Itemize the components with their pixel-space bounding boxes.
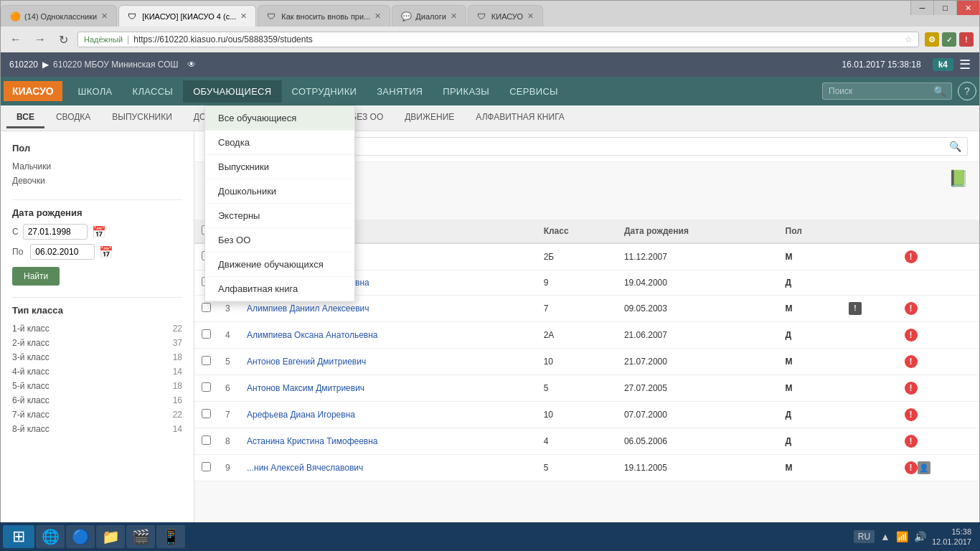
dob-to-input[interactable] xyxy=(30,244,95,260)
nav-lessons[interactable]: ЗАНЯТИЯ xyxy=(367,80,433,103)
sub-nav-movement[interactable]: ДВИЖЕНИЕ xyxy=(395,108,464,128)
dropdown-item-all[interactable]: Все обучающиеся xyxy=(205,106,354,131)
reload-button[interactable]: ↻ xyxy=(55,32,72,48)
dropdown-item-alphabet[interactable]: Алфавитная книга xyxy=(205,277,354,301)
class-item-1[interactable]: 1-й класс 22 xyxy=(12,321,182,336)
row-name[interactable]: ...нин Алексей Вячеславович xyxy=(240,455,537,481)
class-item-6[interactable]: 6-й класс 16 xyxy=(12,393,182,408)
eye-icon[interactable]: 👁 xyxy=(187,60,196,70)
dropdown-item-external[interactable]: Экстерны xyxy=(205,204,354,228)
class-item-8[interactable]: 8-й класс 14 xyxy=(12,422,182,436)
sub-nav-summary[interactable]: СВОДКА xyxy=(46,108,100,128)
row-name[interactable]: Антонов Максим Дмитриевич xyxy=(240,375,537,402)
row-name[interactable]: Арефьева Диана Игоревна xyxy=(240,402,537,428)
tray-volume-icon[interactable]: 🔊 xyxy=(914,531,926,542)
hamburger-menu[interactable]: ☰ xyxy=(959,57,971,72)
tray-network-icon: 📶 xyxy=(896,531,908,542)
extension-icon[interactable]: ⚙ xyxy=(925,32,939,47)
tab-close-howto[interactable]: ✕ xyxy=(374,11,381,21)
row-checkbox[interactable] xyxy=(202,303,211,312)
row-dob: 07.07.2000 xyxy=(617,402,778,428)
bookmark-icon[interactable]: ☆ xyxy=(905,34,913,44)
nav-orders[interactable]: ПРИКАЗЫ xyxy=(433,80,499,103)
system-tray: RU ▲ 📶 🔊 15:38 12.01.2017 xyxy=(848,527,977,547)
tab-close-kiasuo[interactable]: ✕ xyxy=(240,11,247,21)
dropdown-item-preschool[interactable]: Дошкольники xyxy=(205,179,354,204)
table-row[interactable]: 9 ...нин Алексей Вячеславович 5 19.11.20… xyxy=(194,455,979,481)
table-row[interactable]: 8 Астанина Кристина Тимофеевна 4 06.05.2… xyxy=(194,428,979,455)
nav-school[interactable]: ШКОЛА xyxy=(68,80,123,103)
tab-kiasuo-main[interactable]: 🛡 [КИАСУО] [КИАСУО 4 (с... ✕ xyxy=(118,5,256,27)
sub-nav-all[interactable]: ВСЕ xyxy=(6,108,44,128)
tab-odnoklassniki[interactable]: 🟠 (14) Одноклассники ✕ xyxy=(1,5,117,27)
row-checkbox[interactable] xyxy=(202,329,211,339)
table-row[interactable]: 7 Арефьева Диана Игоревна 10 07.07.2000 … xyxy=(194,402,979,428)
taskbar-viber[interactable]: 📱 xyxy=(156,525,185,548)
dropdown-item-graduates[interactable]: Выпускники xyxy=(205,155,354,179)
tray-arrow-icon[interactable]: ▲ xyxy=(880,531,890,542)
class-item-7[interactable]: 7-й класс 22 xyxy=(12,408,182,422)
taskbar-ie[interactable]: 🌐 xyxy=(36,525,65,548)
dropdown-item-withoutoo[interactable]: Без ОО xyxy=(205,228,354,253)
start-button[interactable]: ⊞ xyxy=(3,525,34,548)
row-name[interactable]: Алимпиева Оксана Анатольевна xyxy=(240,322,537,349)
extension-icon3[interactable]: ! xyxy=(959,32,974,47)
row-name[interactable]: Астанина Кристина Тимофеевна xyxy=(240,428,537,455)
forward-button[interactable]: → xyxy=(31,32,50,47)
nav-students[interactable]: ОБУЧАЮЩИЕСЯ xyxy=(183,80,281,103)
sub-nav-graduates[interactable]: ВЫПУСКНИКИ xyxy=(102,108,182,128)
dropdown-item-movement[interactable]: Движение обучающихся xyxy=(205,253,354,277)
tab-kiasuo2[interactable]: 🛡 КИАСУО ✕ xyxy=(468,5,543,27)
maximize-button[interactable]: □ xyxy=(933,1,956,15)
minimize-button[interactable]: ─ xyxy=(910,1,933,15)
brand-logo[interactable]: КИАСУО xyxy=(4,81,62,101)
class-item-5[interactable]: 5-й класс 18 xyxy=(12,379,182,393)
taskbar-chrome[interactable]: 🔵 xyxy=(66,525,95,548)
extension-icon2[interactable]: ✓ xyxy=(942,32,956,47)
class-item-2[interactable]: 2-й класс 37 xyxy=(12,336,182,350)
divider-1 xyxy=(12,199,182,200)
dob-from-input[interactable] xyxy=(23,224,88,240)
calendar-from-icon[interactable]: 📅 xyxy=(92,225,106,239)
tab-close-kiasuo2[interactable]: ✕ xyxy=(527,11,534,21)
class-item-4[interactable]: 4-й класс 14 xyxy=(12,364,182,379)
class-item-3[interactable]: 3-й класс 18 xyxy=(12,350,182,364)
tab-close-odnoklassniki[interactable]: ✕ xyxy=(101,11,108,21)
gender-female-option[interactable]: Девочки xyxy=(12,174,182,188)
url-separator: | xyxy=(127,34,129,44)
row-checkbox[interactable] xyxy=(202,382,211,392)
col-warn xyxy=(842,220,897,243)
help-button[interactable]: ? xyxy=(958,82,976,100)
table-row[interactable]: 5 Антонов Евгений Дмитриевич 10 21.07.20… xyxy=(194,349,979,375)
nav-classes[interactable]: КЛАССЫ xyxy=(123,80,184,103)
taskbar-media[interactable]: 🎬 xyxy=(126,525,155,548)
address-bar[interactable]: Надёжный | https://610220.kiasuo.ru/ous/… xyxy=(77,32,919,47)
search-input[interactable] xyxy=(829,86,929,96)
tab-dialogi[interactable]: 💬 Диалоги ✕ xyxy=(392,5,466,27)
gender-male-option[interactable]: Мальчики xyxy=(12,159,182,174)
sub-nav-alphabet[interactable]: АЛФАВИТНАЯ КНИГА xyxy=(466,108,574,128)
row-checkbox[interactable] xyxy=(202,409,211,418)
nav-staff[interactable]: СОТРУДНИКИ xyxy=(282,80,367,103)
tab-close-dialogi[interactable]: ✕ xyxy=(451,11,457,21)
tab-howto[interactable]: 🛡 Как вносить вновь при... ✕ xyxy=(258,5,390,27)
class-type-label: Тип класса xyxy=(12,305,182,316)
table-row[interactable]: 4 Алимпиева Оксана Анатольевна 2А 21.06.… xyxy=(194,322,979,349)
dob-from-row: С 📅 xyxy=(12,224,182,240)
alert-icon: ! xyxy=(905,461,918,474)
row-name[interactable]: Антонов Евгений Дмитриевич xyxy=(240,349,537,375)
close-button[interactable]: ✕ xyxy=(956,1,979,15)
table-row[interactable]: 6 Антонов Максим Дмитриевич 5 27.07.2005… xyxy=(194,375,979,402)
row-checkbox[interactable] xyxy=(202,462,211,471)
taskbar-folder[interactable]: 📁 xyxy=(96,525,125,548)
row-checkbox[interactable] xyxy=(202,435,211,445)
back-button[interactable]: ← xyxy=(6,32,25,47)
row-checkbox[interactable] xyxy=(202,356,211,365)
find-button[interactable]: Найти xyxy=(12,267,60,286)
nav-services[interactable]: СЕРВИСЫ xyxy=(499,80,568,103)
dropdown-item-summary[interactable]: Сводка xyxy=(205,131,354,155)
calendar-to-icon[interactable]: 📅 xyxy=(99,245,113,259)
export-sheet-icon[interactable]: 📗 xyxy=(948,169,968,188)
row-dob: 19.04.2000 xyxy=(617,270,778,296)
tray-language[interactable]: RU xyxy=(854,530,875,543)
